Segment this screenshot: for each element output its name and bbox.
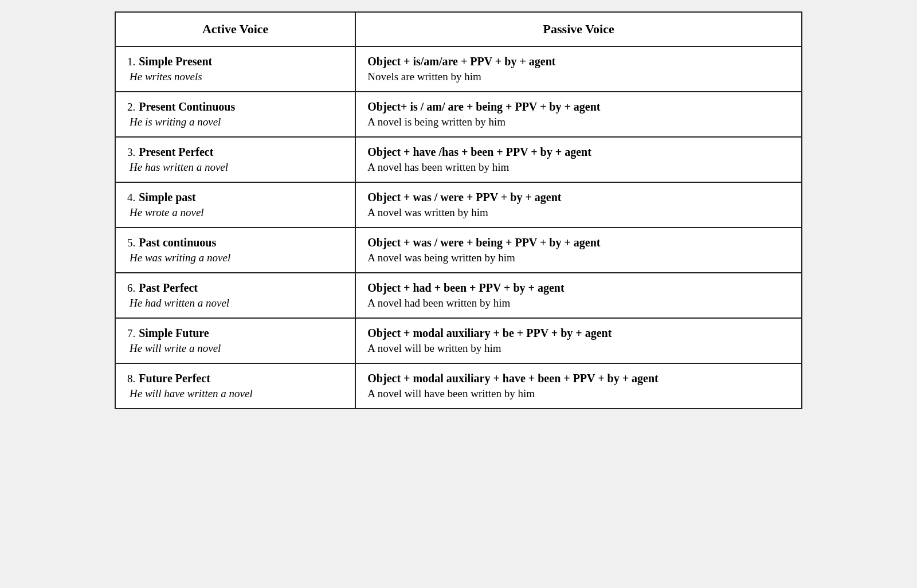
passive-cell-3: Object + have /has + been + PPV + by + a… [355, 137, 802, 182]
passive-formula-1: Object + is/am/are + PPV + by + agent [367, 55, 790, 68]
table-row: 3.Present PerfectHe has written a novelO… [115, 137, 802, 182]
passive-example-2: A novel is being written by him [367, 116, 790, 128]
passive-cell-4: Object + was / were + PPV + by + agentA … [355, 182, 802, 228]
table-row: 4.Simple pastHe wrote a novelObject + wa… [115, 182, 802, 228]
active-cell-4: 4.Simple pastHe wrote a novel [115, 182, 355, 228]
passive-cell-8: Object + modal auxiliary + have + been +… [355, 363, 802, 409]
row-num-1: 1. [127, 56, 135, 68]
passive-formula-6: Object + had + been + PPV + by + agent [367, 281, 790, 295]
tense-label-3: Present Perfect [139, 146, 213, 158]
passive-cell-1: Object + is/am/are + PPV + by + agentNov… [355, 46, 802, 92]
passive-example-3: A novel has been written by him [367, 161, 790, 174]
active-example-8: He will have written a novel [127, 387, 343, 400]
tense-name-1: 1.Simple Present [127, 55, 343, 68]
tense-name-7: 7.Simple Future [127, 327, 343, 340]
header-active: Active Voice [115, 12, 355, 46]
table-row: 2.Present ContinuousHe is writing a nove… [115, 92, 802, 137]
active-cell-1: 1.Simple PresentHe writes novels [115, 46, 355, 92]
tense-name-2: 2.Present Continuous [127, 100, 343, 113]
active-example-1: He writes novels [127, 70, 343, 83]
row-num-3: 3. [127, 146, 135, 158]
passive-formula-4: Object + was / were + PPV + by + agent [367, 191, 790, 204]
tense-label-7: Simple Future [139, 327, 209, 339]
tense-label-8: Future Perfect [139, 372, 210, 385]
table-row: 7.Simple FutureHe will write a novelObje… [115, 318, 802, 363]
active-example-7: He will write a novel [127, 342, 343, 355]
passive-example-6: A novel had been written by him [367, 297, 790, 309]
tense-name-5: 5.Past continuous [127, 236, 343, 249]
passive-cell-7: Object + modal auxiliary + be + PPV + by… [355, 318, 802, 363]
tense-label-6: Past Perfect [139, 281, 198, 294]
active-cell-3: 3.Present PerfectHe has written a novel [115, 137, 355, 182]
tense-name-4: 4.Simple past [127, 191, 343, 204]
passive-formula-2: Object+ is / am/ are + being + PPV + by … [367, 100, 790, 113]
tense-label-2: Present Continuous [139, 100, 235, 113]
active-example-3: He has written a novel [127, 161, 343, 174]
row-num-5: 5. [127, 237, 135, 249]
active-example-2: He is writing a novel [127, 116, 343, 128]
passive-example-7: A novel will be written by him [367, 342, 790, 355]
tense-label-1: Simple Present [139, 55, 212, 68]
table-row: 5.Past continuousHe was writing a novelO… [115, 228, 802, 273]
passive-formula-5: Object + was / were + being + PPV + by +… [367, 236, 790, 249]
row-num-4: 4. [127, 191, 135, 203]
passive-example-8: A novel will have been written by him [367, 387, 790, 400]
table-row: 6.Past PerfectHe had written a novelObje… [115, 273, 802, 318]
passive-example-4: A novel was written by him [367, 206, 790, 219]
table-row: 8.Future PerfectHe will have written a n… [115, 363, 802, 409]
row-num-6: 6. [127, 282, 135, 294]
active-example-6: He had written a novel [127, 297, 343, 309]
table-row: 1.Simple PresentHe writes novelsObject +… [115, 46, 802, 92]
active-cell-6: 6.Past PerfectHe had written a novel [115, 273, 355, 318]
passive-formula-7: Object + modal auxiliary + be + PPV + by… [367, 327, 790, 340]
header-passive: Passive Voice [355, 12, 802, 46]
passive-formula-8: Object + modal auxiliary + have + been +… [367, 372, 790, 385]
passive-example-5: A novel was being written by him [367, 252, 790, 264]
tense-name-6: 6.Past Perfect [127, 281, 343, 295]
tense-label-4: Simple past [139, 191, 195, 203]
passive-cell-5: Object + was / were + being + PPV + by +… [355, 228, 802, 273]
passive-formula-3: Object + have /has + been + PPV + by + a… [367, 146, 790, 159]
row-num-8: 8. [127, 373, 135, 385]
tense-name-3: 3.Present Perfect [127, 146, 343, 159]
passive-cell-6: Object + had + been + PPV + by + agentA … [355, 273, 802, 318]
active-cell-5: 5.Past continuousHe was writing a novel [115, 228, 355, 273]
active-example-5: He was writing a novel [127, 252, 343, 264]
passive-cell-2: Object+ is / am/ are + being + PPV + by … [355, 92, 802, 137]
passive-example-1: Novels are written by him [367, 70, 790, 83]
active-cell-2: 2.Present ContinuousHe is writing a nove… [115, 92, 355, 137]
grammar-table: Active Voice Passive Voice 1.Simple Pres… [115, 11, 802, 409]
tense-label-5: Past continuous [139, 236, 216, 249]
active-cell-8: 8.Future PerfectHe will have written a n… [115, 363, 355, 409]
row-num-2: 2. [127, 101, 135, 113]
tense-name-8: 8.Future Perfect [127, 372, 343, 385]
row-num-7: 7. [127, 327, 135, 339]
grammar-table-wrapper: Active Voice Passive Voice 1.Simple Pres… [115, 11, 802, 409]
active-example-4: He wrote a novel [127, 206, 343, 219]
active-cell-7: 7.Simple FutureHe will write a novel [115, 318, 355, 363]
